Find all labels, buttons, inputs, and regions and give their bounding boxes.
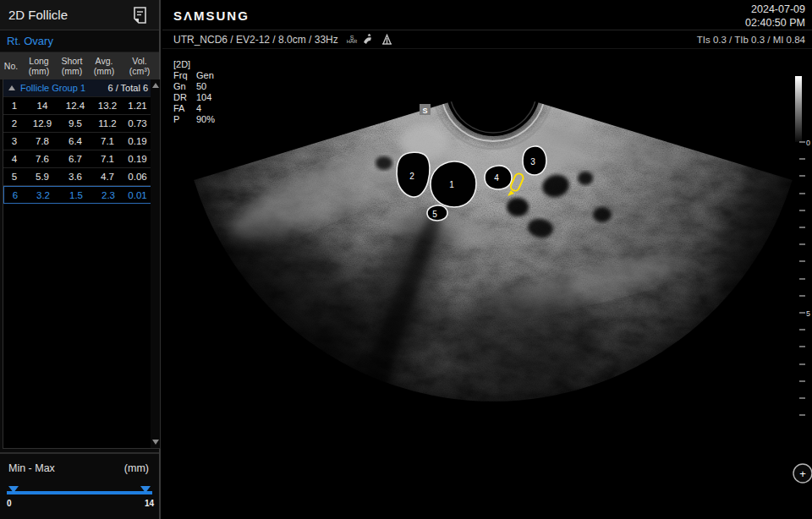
follicle-label-4: 4 xyxy=(494,173,499,183)
slider-min-value: 0 xyxy=(7,499,12,508)
probe-icon xyxy=(363,34,376,45)
table-row-5[interactable]: 55.9 3.64.7 0.06 xyxy=(3,168,160,186)
table-scrollbar[interactable] xyxy=(151,79,160,448)
echo-fan xyxy=(162,49,812,519)
grayscale-bar xyxy=(795,76,802,142)
harmonic-icon: S HAR xyxy=(347,36,358,44)
svg-text:+: + xyxy=(799,467,806,480)
screen: 2D Follicle Rt. Ovary No. Long(mm) Short… xyxy=(0,0,812,519)
ultrasound-display[interactable]: 1 2 3 4 5 S xyxy=(162,49,812,519)
follicle-label-2: 2 xyxy=(409,172,414,181)
col-no: No. xyxy=(0,61,22,71)
follicle-panel: 2D Follicle Rt. Ovary No. Long(mm) Short… xyxy=(0,0,161,519)
orientation-marker: S xyxy=(420,104,431,115)
collapse-icon[interactable] xyxy=(8,85,15,90)
scroll-up-icon[interactable] xyxy=(152,83,159,88)
samsung-logo: SΛMSUNG xyxy=(173,8,250,23)
svg-text:S: S xyxy=(422,107,427,115)
acoustic-indices: TIs 0.3 / TIb 0.3 / MI 0.84 xyxy=(697,35,805,45)
col-long: Long(mm) xyxy=(22,56,56,76)
time-label: 02:40:50 PM xyxy=(745,16,805,30)
table-row-2[interactable]: 212.9 9.511.2 0.73 xyxy=(3,115,160,133)
table-header: No. Long(mm) Short(mm) Avg.(mm) Vol.(cm³… xyxy=(0,52,159,79)
minmax-label: Min - Max xyxy=(8,462,55,474)
follicle-label-5: 5 xyxy=(432,210,437,219)
slider-handle-max[interactable] xyxy=(140,486,151,493)
table-row-3[interactable]: 37.8 6.47.1 0.19 xyxy=(3,133,160,150)
table-body: Follicle Group 1 6 / Total 6 114 12.413.… xyxy=(3,79,161,449)
follicle-label-1: 1 xyxy=(449,180,454,189)
slider-handle-min[interactable] xyxy=(8,486,19,493)
top-bar: SΛMSUNG 2024-07-09 02:40:50 PM xyxy=(162,0,812,30)
panel-title-bar: 2D Follicle xyxy=(0,0,159,30)
page-title: 2D Follicle xyxy=(8,8,68,22)
group-count: 6 / Total 6 xyxy=(108,83,149,93)
slider-track[interactable] xyxy=(7,491,152,494)
depth-label-0: 0 xyxy=(806,139,810,147)
zoom-button[interactable]: + xyxy=(793,464,812,483)
probe-info: UTR_NCD6 / EV2-12 / 8.0cm / 33Hz xyxy=(173,34,338,46)
ultrasound-image[interactable]: 1 2 3 4 5 S xyxy=(162,49,812,519)
col-avg: Avg.(mm) xyxy=(88,56,120,76)
main-area: SΛMSUNG 2024-07-09 02:40:50 PM UTR_NCD6 … xyxy=(162,0,812,519)
table-row-1[interactable]: 114 12.413.2 1.21 xyxy=(3,97,160,115)
scroll-down-icon[interactable] xyxy=(152,440,159,445)
date-label: 2024-07-09 xyxy=(745,3,805,16)
follicle-outline-5[interactable] xyxy=(427,205,447,221)
biopsy-guide-icon xyxy=(381,34,392,45)
slider-max-value: 14 xyxy=(145,499,154,508)
depth-ruler xyxy=(799,142,805,415)
report-icon[interactable] xyxy=(133,7,147,24)
group-label: Follicle Group 1 xyxy=(20,83,108,93)
minmax-unit: (mm) xyxy=(124,462,149,474)
minmax-section: Min - Max (mm) 0 14 xyxy=(0,452,159,519)
table-row-6-selected[interactable]: 63.2 1.52.3 0.01 xyxy=(3,186,160,204)
follicle-group-row[interactable]: Follicle Group 1 6 / Total 6 xyxy=(3,79,160,97)
col-short: Short(mm) xyxy=(56,56,88,76)
follicle-label-3: 3 xyxy=(530,157,535,167)
depth-label-5: 5 xyxy=(806,309,810,318)
side-label: Rt. Ovary xyxy=(0,30,159,52)
col-vol: Vol.(cm³) xyxy=(120,56,159,76)
minmax-slider[interactable] xyxy=(7,486,152,498)
status-bar: UTR_NCD6 / EV2-12 / 8.0cm / 33Hz S HAR T… xyxy=(162,30,812,49)
table-row-4[interactable]: 47.6 6.77.1 0.19 xyxy=(3,150,160,168)
